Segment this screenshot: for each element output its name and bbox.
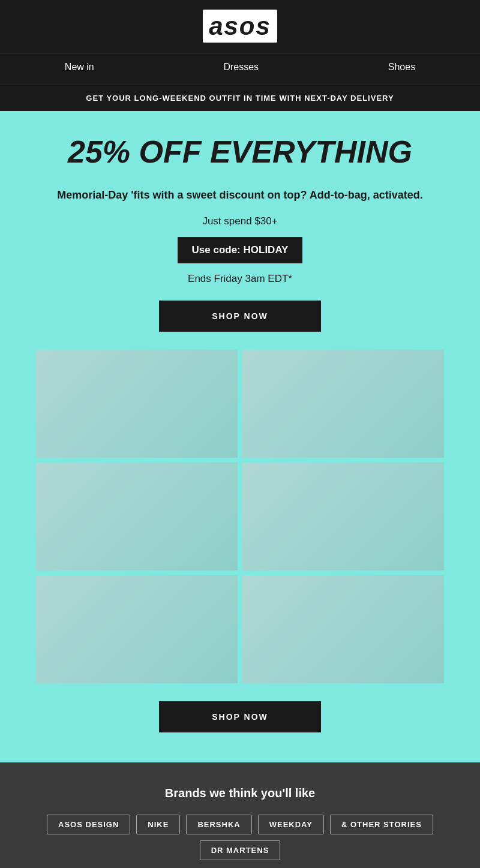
brand-bershka[interactable]: BERSHKA xyxy=(186,815,251,834)
header: asos xyxy=(0,0,480,53)
brand-asos-design[interactable]: ASOS DESIGN xyxy=(47,815,130,834)
brand-weekday[interactable]: WEEKDAY xyxy=(258,815,324,834)
product-image-6[interactable] xyxy=(242,575,444,683)
product-image-2[interactable] xyxy=(242,350,444,458)
brands-title: Brands we think you'll like xyxy=(18,786,462,800)
promo-title: 25% OFF EVERYTHING xyxy=(36,135,444,169)
brand-tags: ASOS DESIGN NIKE BERSHKA WEEKDAY & OTHER… xyxy=(18,815,462,860)
product-image-1[interactable] xyxy=(36,350,238,458)
product-grid xyxy=(36,350,444,683)
promo-section: 25% OFF EVERYTHING Memorial-Day 'fits wi… xyxy=(0,111,480,762)
shop-now-button-bottom[interactable]: SHOP NOW xyxy=(159,701,321,732)
logo-text: asos xyxy=(203,10,277,43)
product-image-5[interactable] xyxy=(36,575,238,683)
promo-ends: Ends Friday 3am EDT* xyxy=(36,273,444,285)
shop-now-button-top[interactable]: SHOP NOW xyxy=(159,301,321,332)
email-container: asos New in Dresses Shoes GET YOUR LONG-… xyxy=(0,0,480,868)
product-image-3[interactable] xyxy=(36,462,238,570)
nav-item-shoes[interactable]: Shoes xyxy=(388,62,415,73)
promo-spend: Just spend $30+ xyxy=(36,215,444,227)
banner-text: GET YOUR LONG-WEEKEND OUTFIT IN TIME WIT… xyxy=(8,94,472,103)
navigation: New in Dresses Shoes xyxy=(0,53,480,85)
brand-nike[interactable]: NIKE xyxy=(136,815,180,834)
brands-section: Brands we think you'll like ASOS DESIGN … xyxy=(0,762,480,868)
logo[interactable]: asos xyxy=(12,12,468,41)
brand-dr-martens[interactable]: DR MARTENS xyxy=(200,840,281,860)
product-image-4[interactable] xyxy=(242,462,444,570)
promo-code[interactable]: Use code: HOLIDAY xyxy=(178,237,303,263)
delivery-banner: GET YOUR LONG-WEEKEND OUTFIT IN TIME WIT… xyxy=(0,85,480,111)
promo-description: Memorial-Day 'fits with a sweet discount… xyxy=(36,187,444,203)
nav-item-dresses[interactable]: Dresses xyxy=(223,62,259,73)
nav-item-new-in[interactable]: New in xyxy=(65,62,94,73)
brand-other-stories[interactable]: & OTHER STORIES xyxy=(330,815,433,834)
